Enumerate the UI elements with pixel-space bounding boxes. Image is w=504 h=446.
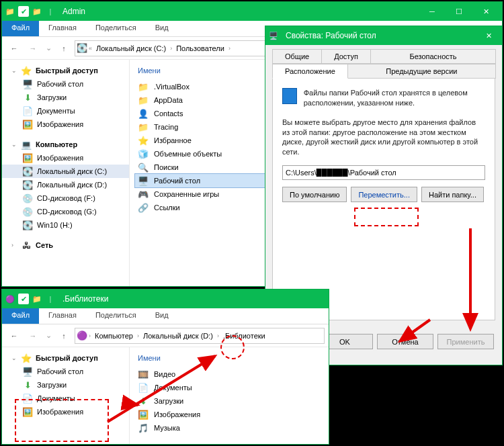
nav-win10[interactable]: 💽Win10 (H:) — [2, 218, 129, 232]
default-button[interactable]: По умолчанию — [282, 187, 347, 202]
nav-documents[interactable]: 📄Документы — [2, 104, 129, 118]
tab-file[interactable]: Файл — [2, 308, 39, 324]
close-button[interactable]: ✕ — [472, 2, 499, 21]
cube-icon: 🧊 — [138, 148, 149, 159]
desktop-icon: 🖥️ — [268, 30, 279, 41]
tab-view[interactable]: Вид — [146, 308, 178, 324]
drive-icon: 💽 — [22, 179, 33, 190]
tab-home[interactable]: Главная — [39, 308, 86, 324]
nav-pictures2[interactable]: 🖼️Изображения — [2, 151, 129, 165]
apply-button[interactable]: Применить — [437, 334, 494, 349]
move-button[interactable]: Переместить... — [351, 187, 417, 202]
nav-downloads[interactable]: ⬇Загрузки — [2, 91, 129, 104]
tab-share[interactable]: Поделиться — [86, 308, 146, 324]
window-title: Admin — [58, 7, 419, 16]
close-button[interactable]: ✕ — [478, 26, 499, 45]
network-icon: 🖧 — [21, 240, 32, 251]
music-icon: 🎵 — [138, 422, 149, 433]
folder-icon: 📁 — [138, 122, 149, 132]
nav-documents[interactable]: 📄Документы — [2, 392, 129, 405]
tab-general[interactable]: Общие — [272, 49, 322, 64]
document-icon: 📄 — [22, 105, 33, 116]
item-docs[interactable]: 📄Документы — [135, 381, 323, 394]
app-icon: 🟣 — [77, 330, 87, 341]
up-button[interactable]: ↑ — [56, 328, 72, 344]
find-folder-button[interactable]: Найти папку... — [421, 187, 484, 202]
video-icon: 🎞️ — [138, 369, 149, 380]
breadcrumb[interactable]: 🟣 › Компьютер › Локальный диск (D:) › .Б… — [75, 328, 325, 344]
drive-icon: 💽 — [77, 43, 87, 54]
recent-button[interactable]: ⌄ — [44, 328, 53, 344]
nav-disk-c[interactable]: 💽Локальный диск (C:) — [2, 165, 129, 178]
nav-pictures[interactable]: 🖼️Изображения — [2, 405, 129, 418]
document-icon: 📄 — [138, 382, 149, 393]
path-input[interactable] — [282, 165, 485, 180]
star-icon: ⭐ — [21, 353, 32, 363]
nav-cd-g[interactable]: 💿CD-дисковод (G:) — [2, 205, 129, 218]
games-icon: 🎮 — [138, 189, 149, 199]
folder-icon: 📁 — [32, 6, 42, 17]
info-text-1: Файлы папки Рабочий стол хранятся в целе… — [304, 88, 485, 108]
chevron-icon: › — [89, 332, 91, 339]
crumb-disk-d[interactable]: Локальный диск (D:) — [140, 330, 216, 341]
window-title: .Библиотеки — [58, 294, 326, 304]
minimize-button[interactable]: ─ — [419, 2, 446, 21]
folder-icon: 📁 — [138, 81, 149, 92]
nav-desktop[interactable]: 🖥️Рабочий стол — [2, 365, 129, 378]
tab-home[interactable]: Главная — [39, 21, 86, 36]
item-downloads[interactable]: ⬇Загрузки — [135, 394, 323, 408]
folder-icon: 📁 — [138, 95, 149, 105]
star-icon: ⭐ — [138, 135, 149, 146]
check-icon: ✔ — [18, 294, 29, 304]
nav-desktop[interactable]: 🖥️Рабочий стол — [2, 77, 129, 91]
maximize-button[interactable]: ☐ — [446, 2, 472, 21]
titlebar[interactable]: 📁 ✔ 📁 | Admin ─ ☐ ✕ — [2, 2, 502, 21]
item-video[interactable]: 🎞️Видео — [135, 367, 323, 381]
nav-cd-f[interactable]: 💿CD-дисковод (F:) — [2, 191, 129, 205]
crumb-libraries[interactable]: .Библиотеки — [220, 330, 268, 341]
download-icon: ⬇ — [138, 396, 149, 406]
cancel-button[interactable]: Отмена — [377, 334, 433, 349]
tab-share[interactable]: Поделиться — [86, 21, 146, 36]
nav-computer[interactable]: ⌄💻Компьютер — [2, 138, 129, 151]
tab-location[interactable]: Расположение — [272, 64, 348, 79]
star-icon: ⭐ — [21, 65, 32, 76]
nav-downloads[interactable]: ⬇Загрузки — [2, 378, 129, 392]
address-bar: ← → ⌄ ↑ 🟣 › Компьютер › Локальный диск (… — [2, 324, 329, 347]
chevron-icon: « — [89, 45, 92, 52]
desktop-icon: 🖥️ — [138, 175, 149, 186]
chevron-icon: › — [170, 45, 172, 52]
desktop-icon: 🖥️ — [22, 366, 33, 377]
chevron-icon: › — [228, 45, 230, 52]
picture-icon: 🖼️ — [22, 119, 33, 130]
nav-disk-d[interactable]: 💽Локальный диск (D:) — [2, 178, 129, 191]
document-icon: 📄 — [22, 393, 33, 404]
nav-pictures[interactable]: 🖼️Изображения — [2, 118, 129, 131]
tab-content: Файлы папки Рабочий стол хранятся в целе… — [272, 79, 495, 320]
recent-button[interactable]: ⌄ — [44, 40, 53, 56]
item-music[interactable]: 🎵Музыка — [135, 421, 323, 435]
tab-security[interactable]: Безопасность — [370, 49, 496, 64]
crumb-computer[interactable]: Компьютер — [92, 330, 136, 341]
crumb-disk-c[interactable]: Локальный диск (C:) — [93, 43, 169, 54]
column-header-name[interactable]: Имени — [135, 351, 323, 367]
nav-quick-access[interactable]: ⌄⭐Быстрый доступ — [2, 64, 129, 77]
titlebar[interactable]: 🖥️ Свойства: Рабочий стол ✕ — [265, 26, 502, 45]
tab-previous[interactable]: Предыдущие версии — [347, 64, 496, 79]
back-button[interactable]: ← — [6, 40, 22, 56]
item-pictures[interactable]: 🖼️Изображения — [135, 408, 323, 421]
titlebar[interactable]: 🟣 ✔ 📁 | .Библиотеки — [2, 289, 329, 308]
forward-button[interactable]: → — [25, 328, 41, 344]
back-button[interactable]: ← — [6, 328, 22, 344]
tab-view[interactable]: Вид — [146, 21, 178, 36]
up-button[interactable]: ↑ — [56, 40, 72, 56]
crumb-users[interactable]: Пользователи — [173, 43, 227, 54]
check-icon: ✔ — [18, 6, 29, 17]
forward-button[interactable]: → — [25, 40, 41, 56]
tab-access[interactable]: Доступ — [321, 49, 371, 64]
explorer-window-2: 🟣 ✔ 📁 | .Библиотеки Файл Главная Поделит… — [1, 289, 329, 445]
download-icon: ⬇ — [22, 380, 33, 390]
tab-file[interactable]: Файл — [2, 21, 39, 36]
nav-quick-access[interactable]: ⌄⭐Быстрый доступ — [2, 351, 129, 365]
nav-network[interactable]: ›🖧Сеть — [2, 238, 129, 252]
